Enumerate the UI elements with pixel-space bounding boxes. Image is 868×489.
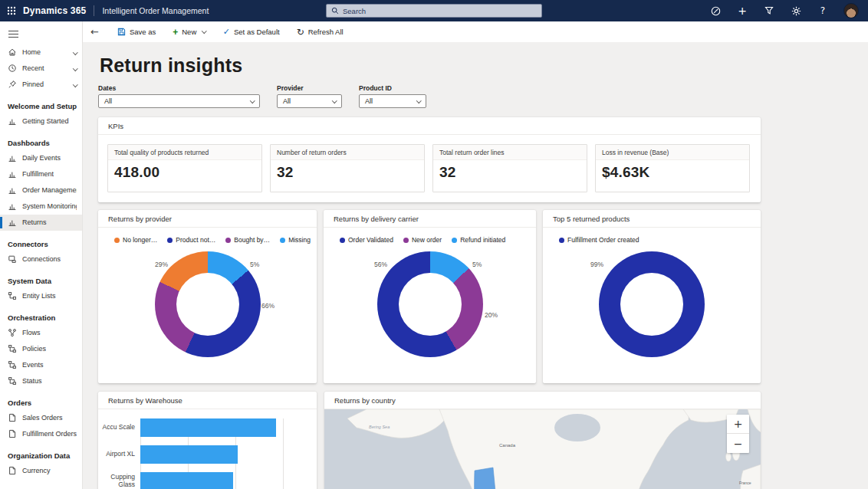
legend-item-product-not[interactable]: Product not… — [167, 236, 215, 244]
policy-icon — [8, 376, 17, 386]
bar[interactable] — [140, 418, 276, 437]
sidebar-item-order-management[interactable]: Order Management — [0, 182, 82, 199]
product-id-dropdown[interactable]: All — [359, 94, 426, 108]
sidebar-item-events[interactable]: Events — [0, 357, 82, 373]
sidebar-item-label: Sales Orders — [22, 414, 63, 422]
kpi-card-total-quality-of-products-returned[interactable]: Total quality of products returned418.00 — [107, 144, 262, 192]
refresh-all-button[interactable]: ↻ Refresh All — [297, 27, 344, 38]
kpi-card-total-return-order-lines[interactable]: Total return order lines32 — [432, 144, 587, 192]
sidebar-item-home[interactable]: Home — [0, 44, 82, 61]
sidebar-item-currency[interactable]: Currency — [0, 463, 82, 479]
bar[interactable] — [140, 472, 233, 489]
home-icon — [8, 48, 17, 57]
dates-dropdown[interactable]: All — [98, 94, 260, 108]
chart-title: Returns by provider — [98, 210, 317, 228]
legend-label: Product not… — [176, 236, 215, 244]
set-as-default-button[interactable]: ✓ Set as Default — [223, 27, 280, 37]
kpi-panel-title: KPIs — [98, 117, 761, 135]
sidebar-item-returns[interactable]: Returns — [0, 215, 82, 231]
back-button[interactable]: ← — [90, 26, 99, 38]
svg-text:Bering Sea: Bering Sea — [369, 425, 390, 429]
save-as-button[interactable]: Save as — [117, 28, 156, 36]
donut-chart[interactable]: 56%5%20% — [324, 244, 536, 372]
kpi-value: 32 — [433, 160, 587, 185]
legend-label: Order Validated — [348, 236, 393, 244]
global-search[interactable] — [326, 4, 542, 18]
sidebar-item-pinned[interactable]: Pinned — [0, 77, 82, 93]
kpi-card-number-of-return-orders[interactable]: Number of return orders32 — [270, 144, 425, 192]
provider-dropdown[interactable]: All — [277, 94, 342, 108]
settings-icon[interactable] — [790, 5, 802, 17]
brand-title[interactable]: Dynamics 365 — [23, 5, 86, 16]
office-top-bar: Dynamics 365 Intelligent Order Managemen… — [0, 0, 868, 21]
world-map[interactable]: Bering Sea Canada United States North Pa… — [324, 409, 761, 489]
bar-row-cupping-glass: Cupping Glass — [98, 472, 317, 489]
sidebar-item-status[interactable]: Status — [0, 373, 82, 389]
filter-bar: Dates All Provider All Product ID — [98, 84, 868, 108]
user-avatar[interactable] — [843, 3, 859, 18]
sidebar-item-flows[interactable]: Flows — [0, 325, 82, 341]
sidebar-item-daily-events[interactable]: Daily Events — [0, 150, 82, 166]
filter-icon[interactable] — [763, 5, 775, 17]
legend-item-missing[interactable]: Missing — [280, 236, 311, 244]
legend-item-refund-initiated[interactable]: Refund initiated — [452, 236, 505, 244]
waffle-icon[interactable] — [0, 0, 23, 21]
sidebar-item-system-monitoring[interactable]: System Monitoring — [0, 199, 82, 215]
legend-item-no-longer[interactable]: No longer… — [114, 236, 157, 244]
sidebar-item-label: Entity Lists — [22, 292, 56, 300]
sidebar-item-recent[interactable]: Recent — [0, 61, 82, 77]
legend-item-order-validated[interactable]: Order Validated — [340, 236, 393, 244]
kpi-card-loss-in-revenue-base[interactable]: Loss in revenue (Base)$4.63K — [595, 144, 750, 192]
sidebar-section-connectors: Connectors — [0, 231, 82, 251]
kpi-title: Total return order lines — [433, 145, 587, 160]
chevron-down-icon — [73, 66, 77, 71]
refresh-icon: ↻ — [297, 27, 304, 38]
pin-icon — [8, 80, 17, 89]
sidebar-item-label: Order Management — [22, 186, 77, 194]
add-icon[interactable]: + — [736, 5, 748, 17]
chart-card-returns-by-provider: Returns by provider No longer…Product no… — [98, 210, 317, 383]
zoom-in-button[interactable]: + — [727, 415, 749, 434]
bar-chart[interactable]: Accu ScaleAirport XLCupping Glass — [98, 418, 317, 489]
sidebar-item-policies[interactable]: Policies — [0, 341, 82, 357]
sidebar-item-fulfillment-orders[interactable]: Fulfillment Orders — [0, 426, 82, 442]
kpi-title: Number of return orders — [271, 145, 424, 160]
sidebar-item-sales-orders[interactable]: Sales Orders — [0, 410, 82, 426]
sidebar-item-fulfillment[interactable]: Fulfillment — [0, 166, 82, 182]
legend-dot — [559, 238, 564, 243]
zoom-out-button[interactable]: − — [727, 434, 749, 453]
legend-label: No longer… — [123, 236, 157, 244]
sidebar-item-label: Events — [22, 361, 44, 369]
hamburger-menu-icon[interactable] — [0, 21, 82, 44]
kpi-value: 32 — [271, 160, 424, 185]
sidebar-item-connections[interactable]: Connections — [0, 251, 82, 267]
chart-card-top-5-returned-products: Top 5 returned products Fulfillment Orde… — [543, 210, 761, 383]
legend-item-bought-by[interactable]: Bought by… — [225, 236, 270, 244]
sidebar-section-welcome-and-setup: Welcome and Setup — [0, 93, 82, 113]
divider — [94, 5, 94, 16]
dashboard-content: Return insights Dates All Provider All — [83, 42, 868, 489]
sidebar-item-label: Fulfillment — [22, 170, 54, 178]
help-icon[interactable]: ? — [817, 5, 829, 17]
sidebar-item-entity-lists[interactable]: Entity Lists — [0, 288, 82, 304]
app-name[interactable]: Intelligent Order Management — [102, 6, 209, 15]
new-button[interactable]: + New — [173, 27, 206, 38]
search-input[interactable] — [343, 7, 537, 15]
bar-category-label: Airport XL — [98, 451, 140, 458]
check-icon: ✓ — [223, 27, 230, 37]
chart-icon — [8, 153, 17, 162]
chart-card-returns-by-warehouse: Returns by Warehouse Accu ScaleAirport X… — [98, 392, 317, 489]
bar[interactable] — [140, 445, 238, 464]
compose-icon[interactable] — [709, 5, 722, 17]
donut-chart[interactable]: 29%5%66% — [98, 244, 317, 372]
filter-provider: Provider All — [277, 84, 342, 108]
legend-dot — [340, 238, 345, 243]
legend-item-new-order[interactable]: New order — [403, 236, 442, 244]
legend-dot — [403, 238, 409, 243]
kpi-title: Loss in revenue (Base) — [596, 145, 749, 160]
legend-item-fulfillment-order-created[interactable]: Fulfillment Order created — [559, 236, 639, 244]
doc-icon — [8, 429, 17, 438]
chart-icon — [8, 218, 17, 227]
donut-chart[interactable]: 99% — [543, 244, 761, 372]
sidebar-item-getting-started[interactable]: Getting Started — [0, 113, 82, 130]
